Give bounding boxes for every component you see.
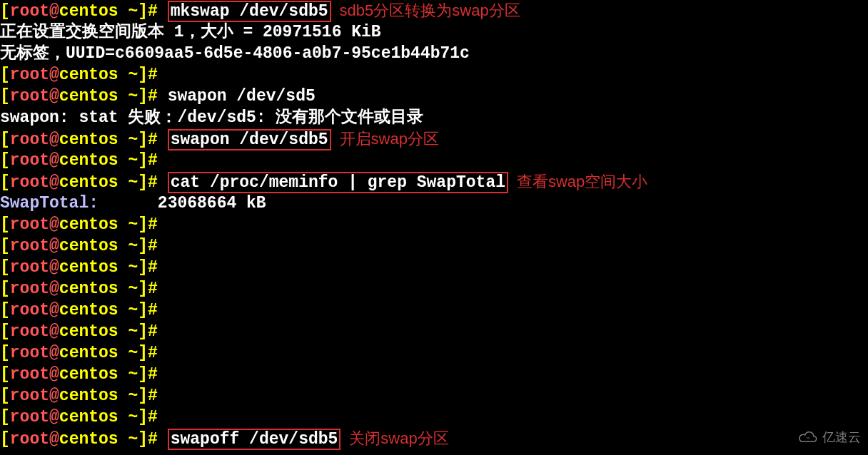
prompt-at: @ — [49, 301, 59, 319]
prompt-host: centos — [59, 87, 118, 106]
prompt-open-bracket: [ — [0, 237, 10, 255]
terminal-window: [root@centos ~]# mkswap /dev/sdb5sdb5分区转… — [0, 0, 868, 449]
prompt-close-bracket: ] — [138, 280, 148, 298]
prompt-close-bracket: ] — [138, 87, 148, 106]
prompt-user: root — [10, 280, 49, 298]
prompt-path: ~ — [118, 430, 138, 449]
prompt-user: root — [10, 408, 49, 426]
prompt-close-bracket: ] — [138, 430, 148, 449]
prompt-path: ~ — [118, 215, 138, 234]
prompt-at: @ — [49, 87, 59, 106]
terminal-line: [root@centos ~]# cat /proc/meminfo | gre… — [0, 171, 868, 193]
prompt-host: centos — [59, 66, 118, 84]
prompt-open-bracket: [ — [0, 280, 10, 298]
prompt-open-bracket: [ — [0, 131, 10, 149]
terminal-line: [root@centos ~]# — [0, 300, 868, 321]
prompt-symbol: # — [148, 365, 168, 384]
prompt-open-bracket: [ — [0, 430, 10, 449]
prompt-user: root — [10, 237, 49, 255]
highlighted-command[interactable]: swapoff /dev/sdb5 — [168, 429, 341, 450]
terminal-line: [root@centos ~]# — [0, 64, 868, 86]
prompt-close-bracket: ] — [138, 151, 148, 170]
terminal-line: [root@centos ~]# mkswap /dev/sdb5sdb5分区转… — [0, 0, 868, 21]
annotation-label: 查看swap空间大小 — [517, 173, 647, 190]
prompt-path: ~ — [118, 301, 138, 319]
prompt-open-bracket: [ — [0, 215, 10, 234]
prompt-at: @ — [49, 131, 59, 149]
prompt-user: root — [10, 365, 49, 384]
prompt-at: @ — [49, 430, 59, 449]
prompt-open-bracket: [ — [0, 66, 10, 84]
prompt-symbol: # — [148, 344, 168, 362]
prompt-open-bracket: [ — [0, 2, 10, 21]
prompt-at: @ — [49, 215, 59, 234]
prompt-host: centos — [59, 258, 118, 277]
command-text[interactable]: swapon /dev/sd5 — [168, 87, 316, 106]
prompt-user: root — [10, 66, 49, 84]
prompt-path: ~ — [118, 322, 138, 341]
prompt-path: ~ — [118, 258, 138, 277]
prompt-symbol: # — [148, 173, 168, 192]
terminal-line: [root@centos ~]# — [0, 342, 868, 364]
prompt-path: ~ — [118, 237, 138, 255]
prompt-path: ~ — [118, 151, 138, 170]
prompt-symbol: # — [148, 280, 168, 298]
prompt-host: centos — [59, 280, 118, 298]
prompt-host: centos — [59, 237, 118, 255]
prompt-path: ~ — [118, 365, 138, 384]
prompt-host: centos — [59, 173, 118, 192]
cloud-icon: ∞ — [798, 430, 818, 444]
prompt-path: ~ — [118, 131, 138, 149]
prompt-close-bracket: ] — [138, 258, 148, 277]
terminal-line: 正在设置交换空间版本 1，大小 = 20971516 KiB — [0, 21, 868, 43]
prompt-close-bracket: ] — [138, 301, 148, 319]
swap-total-label: SwapTotal: — [0, 194, 99, 213]
prompt-open-bracket: [ — [0, 87, 10, 106]
highlighted-command[interactable]: swapon /dev/sdb5 — [168, 129, 331, 150]
prompt-close-bracket: ] — [138, 344, 148, 362]
prompt-path: ~ — [118, 87, 138, 106]
prompt-open-bracket: [ — [0, 408, 10, 426]
prompt-host: centos — [59, 430, 118, 449]
prompt-symbol: # — [148, 87, 168, 106]
prompt-open-bracket: [ — [0, 258, 10, 277]
prompt-close-bracket: ] — [138, 173, 148, 192]
prompt-close-bracket: ] — [138, 215, 148, 234]
prompt-symbol: # — [148, 237, 168, 255]
prompt-host: centos — [59, 344, 118, 362]
prompt-host: centos — [59, 131, 118, 149]
terminal-line: SwapTotal: 23068664 kB — [0, 193, 868, 214]
prompt-close-bracket: ] — [138, 131, 148, 149]
prompt-path: ~ — [118, 344, 138, 362]
prompt-open-bracket: [ — [0, 173, 10, 192]
prompt-at: @ — [49, 258, 59, 277]
prompt-user: root — [10, 258, 49, 277]
prompt-at: @ — [49, 173, 59, 192]
prompt-host: centos — [59, 408, 118, 426]
prompt-symbol: # — [148, 215, 168, 234]
prompt-open-bracket: [ — [0, 301, 10, 319]
highlighted-command[interactable]: mkswap /dev/sdb5 — [168, 1, 331, 22]
terminal-line: [root@centos ~]# swapon /dev/sdb5开启swap分… — [0, 128, 868, 150]
prompt-symbol: # — [148, 131, 168, 149]
prompt-symbol: # — [148, 408, 168, 426]
prompt-path: ~ — [118, 2, 138, 21]
prompt-open-bracket: [ — [0, 151, 10, 170]
prompt-close-bracket: ] — [138, 237, 148, 255]
prompt-symbol: # — [148, 387, 168, 405]
prompt-user: root — [10, 173, 49, 192]
prompt-at: @ — [49, 365, 59, 384]
prompt-at: @ — [49, 2, 59, 21]
prompt-at: @ — [49, 387, 59, 405]
terminal-line: [root@centos ~]# swapoff /dev/sdb5关闭swap… — [0, 428, 868, 449]
prompt-at: @ — [49, 322, 59, 341]
prompt-path: ~ — [118, 66, 138, 84]
prompt-host: centos — [59, 215, 118, 234]
output-text: 正在设置交换空间版本 1，大小 = 20971516 KiB — [0, 23, 381, 41]
output-text: 无标签，UUID=c6609aa5-6d5e-4806-a0b7-95ce1b4… — [0, 44, 470, 63]
prompt-symbol: # — [148, 258, 168, 277]
prompt-user: root — [10, 87, 49, 106]
prompt-path: ~ — [118, 173, 138, 192]
terminal-line: [root@centos ~]# — [0, 321, 868, 342]
highlighted-command[interactable]: cat /proc/meminfo | grep SwapTotal — [168, 172, 508, 193]
